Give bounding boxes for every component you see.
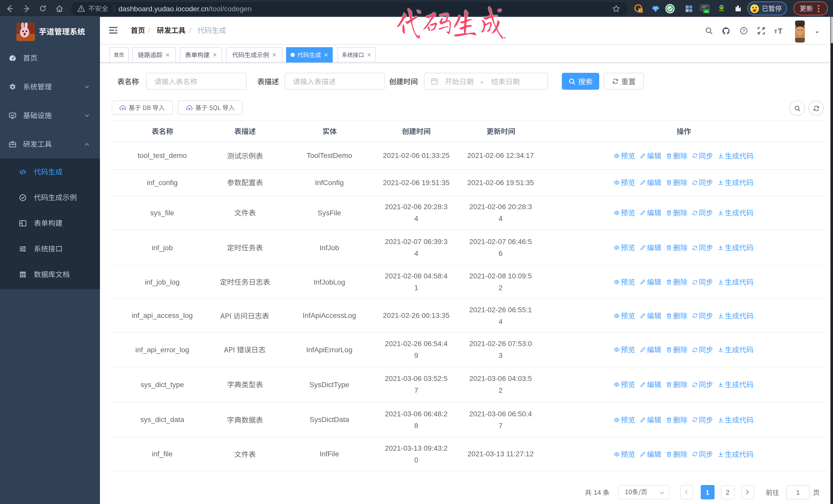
svg-text:on: on: [705, 9, 708, 13]
svg-text:T: T: [778, 27, 783, 35]
svg-text:T: T: [774, 29, 777, 34]
svg-text:1: 1: [640, 8, 641, 12]
svg-text:?: ?: [742, 28, 745, 33]
